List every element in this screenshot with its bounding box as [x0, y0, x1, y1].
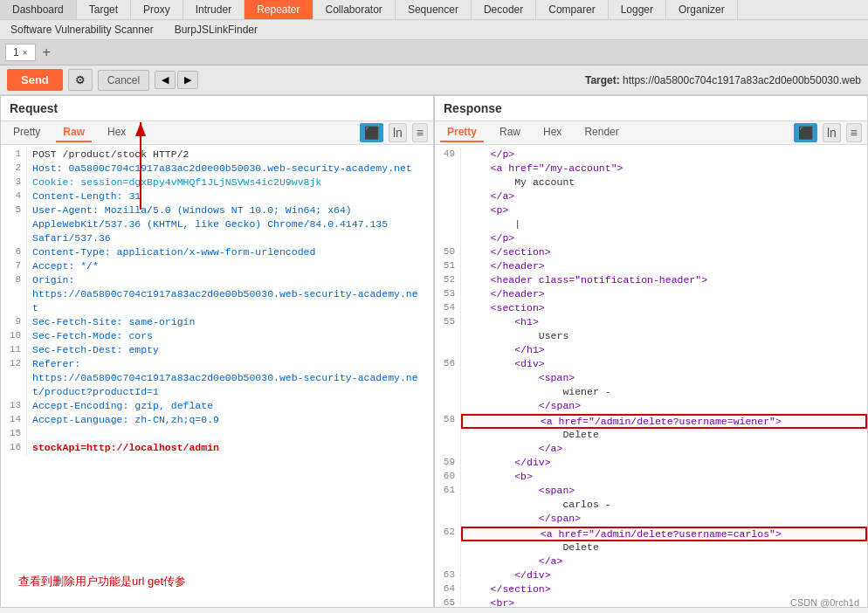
response-panel-tabs: Pretty Raw Hex Render ⬛ ln ≡: [435, 121, 867, 145]
prev-arrow-button[interactable]: ◀: [155, 71, 176, 89]
line-number: 53: [435, 288, 461, 302]
line-text: Accept-Language: zh-CN,zh;q=0.9: [27, 414, 433, 428]
nav-sequencer[interactable]: Sequencer: [396, 0, 472, 19]
request-icon-copy[interactable]: ⬛: [360, 123, 383, 142]
line-text: </header>: [461, 260, 867, 274]
response-content[interactable]: 49 </p> <a href="/my-account"> My accoun…: [435, 145, 867, 607]
line-text: </div>: [461, 457, 867, 471]
line-number: 64: [435, 583, 461, 597]
response-line: Delete: [435, 429, 867, 443]
response-tab-icons: ⬛ ln ≡: [794, 123, 862, 142]
line-text: </a>: [461, 555, 867, 569]
watermark: CSDN @0rch1d: [790, 597, 859, 608]
nav-collaborator[interactable]: Collaborator: [313, 0, 396, 19]
nav-comparer[interactable]: Comparer: [536, 0, 608, 19]
response-line: |: [435, 218, 867, 232]
line-number: 13: [1, 400, 27, 414]
request-line: 7Accept: */*: [1, 260, 433, 274]
line-text: Content-Type: application/x-www-form-url…: [27, 246, 433, 260]
response-line: wiener -: [435, 386, 867, 400]
request-icon-menu[interactable]: ≡: [412, 123, 428, 142]
cancel-button[interactable]: Cancel: [98, 70, 149, 91]
repeater-tab-1[interactable]: 1 ×: [5, 44, 36, 61]
line-number: [1, 232, 27, 246]
line-text: [27, 428, 433, 442]
response-tab-render[interactable]: Render: [577, 123, 625, 142]
line-text: POST /product/stock HTTP/2: [27, 148, 433, 162]
line-text: <b>: [461, 471, 867, 485]
nav-jslink[interactable]: BurpJSLinkFinder: [164, 22, 268, 38]
response-tab-raw[interactable]: Raw: [493, 123, 527, 142]
line-text: <a href="/my-account">: [461, 162, 867, 176]
request-line: 14Accept-Language: zh-CN,zh;q=0.9: [1, 414, 433, 428]
response-line: 62 <a href="/admin/delete?username=carlo…: [435, 527, 867, 541]
nav-organizer[interactable]: Organizer: [666, 0, 738, 19]
request-line: 8Origin:: [1, 274, 433, 288]
line-number: 49: [435, 148, 461, 162]
request-line: 9Sec-Fetch-Site: same-origin: [1, 316, 433, 330]
request-content[interactable]: 1POST /product/stock HTTP/22Host: 0a5800…: [1, 145, 433, 607]
line-number: [435, 429, 461, 443]
nav-dashboard[interactable]: Dashboard: [0, 0, 77, 19]
nav-logger[interactable]: Logger: [609, 0, 666, 19]
request-line: AppleWebKit/537.36 (KHTML, like Gecko) C…: [1, 218, 433, 232]
next-arrow-button[interactable]: ▶: [177, 71, 198, 89]
line-text: <span>: [461, 485, 867, 499]
line-text: </p>: [461, 148, 867, 162]
request-line: https://0a5800c704c1917a83ac2d0e00b50030…: [1, 372, 433, 386]
response-icon-ln[interactable]: ln: [823, 123, 841, 142]
request-line: 13Accept-Encoding: gzip, deflate: [1, 400, 433, 414]
line-text: Accept-Encoding: gzip, deflate: [27, 400, 433, 414]
nav-intruder[interactable]: Intruder: [183, 0, 245, 19]
target-label: Target:: [585, 74, 620, 86]
line-number: [435, 400, 461, 414]
response-icon-copy[interactable]: ⬛: [794, 123, 817, 142]
nav-decoder[interactable]: Decoder: [472, 0, 536, 19]
request-tab-hex[interactable]: Hex: [100, 123, 133, 142]
line-text: Delete: [461, 541, 867, 555]
line-text: AppleWebKit/537.36 (KHTML, like Gecko) C…: [27, 218, 433, 232]
line-number: 54: [435, 302, 461, 316]
request-icon-ln[interactable]: ln: [389, 123, 407, 142]
line-text: My account: [461, 176, 867, 190]
settings-button[interactable]: ⚙: [68, 69, 93, 91]
tab-close-icon[interactable]: ×: [23, 48, 28, 58]
nav-proxy[interactable]: Proxy: [131, 0, 183, 19]
line-number: 12: [1, 358, 27, 372]
line-number: [1, 302, 27, 316]
line-text: wiener -: [461, 386, 867, 400]
line-text: <a href="/admin/delete?username=carlos">: [461, 527, 867, 541]
line-text: </section>: [461, 246, 867, 260]
nav-target[interactable]: Target: [77, 0, 131, 19]
line-number: 8: [1, 274, 27, 288]
request-tab-raw[interactable]: Raw: [56, 123, 92, 142]
annotation-text: 查看到删除用户功能是url get传参: [18, 574, 186, 589]
request-line: 4Content-Length: 31: [1, 190, 433, 204]
request-tab-pretty[interactable]: Pretty: [6, 123, 47, 142]
line-text: Host: 0a5800c704c1917a83ac2d0e00b50030.w…: [27, 162, 433, 176]
nav-vuln-scanner[interactable]: Software Vulnerability Scanner: [0, 22, 164, 38]
line-number: 55: [435, 316, 461, 330]
line-number: [1, 372, 27, 386]
nav-repeater[interactable]: Repeater: [245, 0, 313, 19]
line-number: [435, 162, 461, 176]
line-number: 1: [1, 148, 27, 162]
tab-label: 1: [13, 46, 19, 59]
request-line: 15: [1, 428, 433, 442]
response-line: </a>: [435, 443, 867, 457]
response-tab-pretty[interactable]: Pretty: [440, 123, 484, 142]
line-text: carlos -: [461, 499, 867, 513]
line-text: User-Agent: Mozilla/5.0 (Windows NT 10.0…: [27, 204, 433, 218]
line-number: [435, 330, 461, 344]
line-number: 60: [435, 471, 461, 485]
line-number: 51: [435, 260, 461, 274]
line-text: Origin:: [27, 274, 433, 288]
tab-add-button[interactable]: +: [39, 45, 54, 60]
response-tab-hex[interactable]: Hex: [536, 123, 568, 142]
line-text: t: [27, 302, 433, 316]
response-line: 59 </div>: [435, 457, 867, 471]
response-icon-menu[interactable]: ≡: [846, 123, 862, 142]
send-button[interactable]: Send: [7, 69, 63, 91]
main-panels: Request Pretty Raw Hex ⬛ ln ≡ 1POST /pro…: [0, 95, 868, 608]
request-line: 1POST /product/stock HTTP/2: [1, 148, 433, 162]
